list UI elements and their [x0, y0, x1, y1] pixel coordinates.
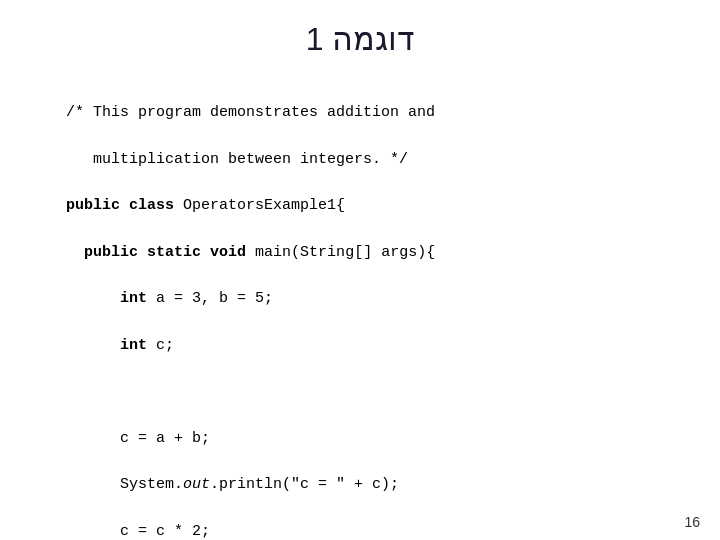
- keyword-int-2: int: [120, 337, 147, 354]
- indent4: [66, 430, 120, 447]
- system1-pre: System.: [120, 476, 183, 493]
- comment-line2: multiplication between integers. */: [66, 151, 408, 168]
- slide-title: דוגמה 1: [30, 20, 690, 58]
- page-number: 16: [684, 514, 700, 530]
- space2: [138, 244, 147, 261]
- class-name: OperatorsExample1{: [174, 197, 345, 214]
- space1: [120, 197, 129, 214]
- space3: [201, 244, 210, 261]
- keyword-class: class: [129, 197, 174, 214]
- keyword-void: void: [210, 244, 246, 261]
- indent5: [66, 476, 120, 493]
- indent6: [66, 523, 120, 540]
- indent3: [66, 337, 120, 354]
- system1-out: out: [183, 476, 210, 493]
- slide-container: דוגמה 1 /* This program demonstrates add…: [0, 0, 720, 540]
- code-block: /* This program demonstrates addition an…: [30, 78, 690, 540]
- keyword-public-1: public: [66, 197, 120, 214]
- system1-post: .println("c = " + c);: [210, 476, 399, 493]
- comment-line1: /* This program demonstrates addition an…: [66, 104, 435, 121]
- var-c-val: c;: [147, 337, 174, 354]
- method-sig: main(String[] args){: [246, 244, 435, 261]
- assign-c: c = a + b;: [120, 430, 210, 447]
- multiply-line: c = c * 2;: [120, 523, 210, 540]
- keyword-static: static: [147, 244, 201, 261]
- keyword-int-1: int: [120, 290, 147, 307]
- indent2: [66, 290, 120, 307]
- indent1: [66, 244, 84, 261]
- keyword-public-2: public: [84, 244, 138, 261]
- var-a-val: a = 3, b = 5;: [147, 290, 273, 307]
